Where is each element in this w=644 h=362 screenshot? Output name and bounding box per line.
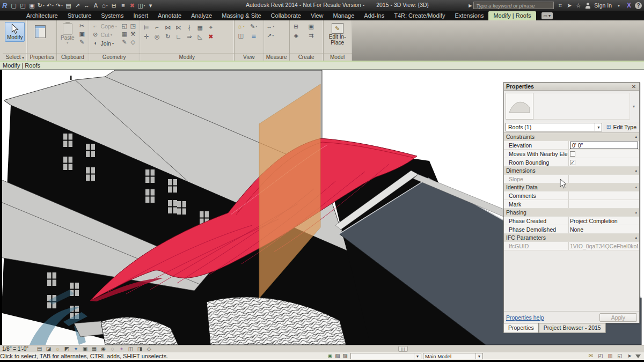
move-icon[interactable]: ✛ bbox=[142, 33, 151, 41]
trim-extend-icon[interactable]: ∟ bbox=[174, 33, 183, 41]
copy-to-clipboard-icon[interactable]: ▣ bbox=[78, 30, 86, 38]
worksets-status-icon[interactable]: ✉ bbox=[587, 353, 595, 359]
editable-only-icon[interactable]: ▧ bbox=[334, 353, 341, 359]
dropdown-arrow-icon[interactable]: ▾ bbox=[255, 25, 257, 28]
sync-icon[interactable]: ↻▾ bbox=[36, 2, 45, 10]
tab-architecture[interactable]: Architecture bbox=[21, 11, 63, 20]
section-ifc-parameters[interactable]: IFC Parameters▴ bbox=[504, 234, 639, 242]
sun-path-icon[interactable]: ☼ bbox=[54, 346, 62, 352]
search-flyout-icon[interactable]: ▶ bbox=[469, 3, 472, 8]
properties-help-link[interactable]: Properties help bbox=[506, 314, 544, 321]
select-underlay-icon[interactable]: ▥ bbox=[606, 353, 614, 359]
open-file-icon[interactable]: ◰ bbox=[18, 2, 27, 10]
section-constraints[interactable]: Constraints▴ bbox=[504, 133, 639, 141]
pin-icon[interactable]: ⌖ bbox=[207, 24, 215, 32]
dropdown-arrow-icon[interactable]: ▾ bbox=[52, 4, 54, 7]
design-option-dropdown-icon[interactable]: ▼ bbox=[475, 353, 482, 359]
thin-lines-icon[interactable]: ≡ bbox=[119, 2, 127, 10]
active-workset-icon[interactable]: ◉ bbox=[326, 353, 334, 359]
dropdown-arrow-icon[interactable]: ▾ bbox=[106, 4, 108, 7]
print-icon[interactable]: ▤ bbox=[64, 2, 72, 10]
property-value[interactable]: 0' 0" bbox=[568, 141, 639, 149]
dropdown-arrow-icon[interactable]: ▾ bbox=[243, 25, 245, 28]
render-dialog-icon[interactable]: ✦ bbox=[72, 346, 80, 352]
text-icon[interactable]: A bbox=[91, 2, 100, 10]
exchange-apps-icon[interactable]: X bbox=[625, 2, 633, 9]
split-element-icon[interactable]: ∤ bbox=[185, 24, 194, 32]
collapse-chevron-icon[interactable]: ▴ bbox=[635, 235, 639, 240]
type-thumbnail[interactable] bbox=[506, 93, 533, 120]
dropdown-arrow-icon[interactable]: ▾ bbox=[272, 34, 274, 37]
create-parts-icon[interactable]: ⇉ bbox=[307, 32, 316, 40]
collapse-chevron-icon[interactable]: ▴ bbox=[635, 185, 639, 189]
tab-massing-site[interactable]: Massing & Site bbox=[217, 11, 266, 20]
section-icon[interactable]: ⊟ bbox=[109, 2, 118, 10]
help-icon[interactable]: ? bbox=[635, 2, 642, 9]
sign-in-person-icon[interactable] bbox=[585, 3, 591, 9]
property-value[interactable]: Project Completion bbox=[568, 217, 639, 225]
redo-icon[interactable]: ↷▾ bbox=[55, 2, 63, 10]
property-value[interactable] bbox=[568, 150, 639, 158]
remove-paint-icon[interactable]: ◇ bbox=[129, 38, 137, 46]
select-pinned-icon[interactable]: ◱ bbox=[616, 353, 624, 359]
visual-style-icon[interactable]: ◪ bbox=[45, 346, 53, 352]
preview-expand-icon[interactable]: ▾ bbox=[630, 104, 638, 109]
edit-type-button[interactable]: ⊞ Edit Type bbox=[604, 123, 638, 131]
design-option-dropdown[interactable]: Main Model ▼ bbox=[423, 353, 483, 359]
default-3d-view-icon[interactable]: ⌂▾ bbox=[100, 2, 109, 10]
align-end-icon[interactable]: ⇒ bbox=[185, 33, 194, 41]
save-icon[interactable]: ▣ bbox=[27, 2, 36, 10]
detail-level-icon[interactable]: ▤ bbox=[35, 346, 43, 352]
tab-collaborate[interactable]: Collaborate bbox=[266, 11, 306, 20]
filter-icon[interactable] bbox=[635, 354, 641, 358]
displace-elements-icon[interactable]: ≣ bbox=[250, 32, 258, 40]
paste-button[interactable]: Paste ▾ bbox=[59, 22, 76, 46]
select-by-face-icon[interactable]: ➤ bbox=[626, 353, 633, 359]
measure-angle-icon[interactable]: ↗▾ bbox=[266, 32, 275, 40]
beam-joins-icon[interactable]: ◳ bbox=[129, 22, 137, 30]
temporary-hide-isolate-icon[interactable]: ◌ bbox=[108, 346, 116, 352]
tab-extens-ions[interactable]: Extens­ions bbox=[450, 11, 489, 20]
properties-palette-icon[interactable] bbox=[35, 25, 46, 38]
tab-structure[interactable]: Structure bbox=[63, 11, 97, 20]
linework-icon[interactable]: ✎▾ bbox=[250, 23, 258, 31]
copy-icon[interactable]: ◎ bbox=[153, 33, 162, 41]
property-value[interactable]: 1VIO_0qaT34QCeFhel0koB bbox=[568, 242, 639, 250]
cut-geometry-button[interactable]: ⊘ Cut▾ bbox=[91, 31, 117, 39]
tab-project-browser[interactable]: Project Browser - 2015 bbox=[539, 323, 606, 333]
create-assembly-icon[interactable]: ▣ bbox=[307, 23, 316, 31]
tab-systems[interactable]: Systems bbox=[96, 11, 128, 20]
property-value[interactable]: None bbox=[568, 225, 639, 233]
property-value[interactable] bbox=[568, 175, 639, 183]
workset-dropdown-icon[interactable]: ▼ bbox=[414, 353, 421, 359]
measure-icon[interactable]: ↗ bbox=[73, 2, 82, 10]
property-checkbox[interactable] bbox=[570, 151, 575, 157]
property-value[interactable]: ✓ bbox=[568, 158, 639, 166]
favorites-icon[interactable]: ☆ bbox=[574, 2, 583, 10]
revit-app-button[interactable]: R bbox=[2, 2, 7, 10]
reveal-hidden-icon[interactable]: ⌖ bbox=[118, 346, 126, 352]
shadows-icon[interactable]: ◩ bbox=[63, 346, 71, 352]
visibility-graphics-icon[interactable]: ☼▾ bbox=[237, 23, 245, 31]
property-checkbox[interactable]: ✓ bbox=[570, 160, 575, 165]
design-options-icon[interactable]: ▨ bbox=[341, 353, 349, 359]
type-preview-area[interactable] bbox=[533, 93, 630, 120]
show-crop-icon[interactable]: ▦ bbox=[90, 346, 98, 352]
undo-icon[interactable]: ↶▾ bbox=[46, 2, 54, 10]
tab-view[interactable]: View bbox=[306, 11, 328, 20]
temporary-view-properties-icon[interactable]: ◨ bbox=[136, 346, 144, 352]
delete-icon[interactable]: ✖ bbox=[207, 33, 215, 41]
property-value-input[interactable]: 0' 0" bbox=[570, 142, 638, 149]
ribbon-display-toggle[interactable]: ▭▾ bbox=[541, 12, 553, 19]
measure-line-icon[interactable]: ↔▾ bbox=[266, 23, 275, 31]
infocenter-search-input[interactable] bbox=[473, 2, 554, 9]
paint-icon[interactable]: ✎ bbox=[120, 38, 129, 46]
cope-button[interactable]: ⌐ Cope▾ bbox=[91, 22, 117, 30]
unjoin-icon[interactable]: ▦ bbox=[120, 30, 129, 38]
join-geometry-button[interactable]: ◖ Join▾ bbox=[91, 39, 117, 47]
analysis-display-icon[interactable]: ◇ bbox=[145, 346, 153, 352]
mirror-draw-axis-icon[interactable]: ⋉ bbox=[174, 24, 183, 32]
property-value[interactable] bbox=[568, 200, 639, 208]
scale-icon[interactable]: ◺ bbox=[196, 33, 204, 41]
offset-icon[interactable]: ⌐ bbox=[153, 24, 162, 32]
